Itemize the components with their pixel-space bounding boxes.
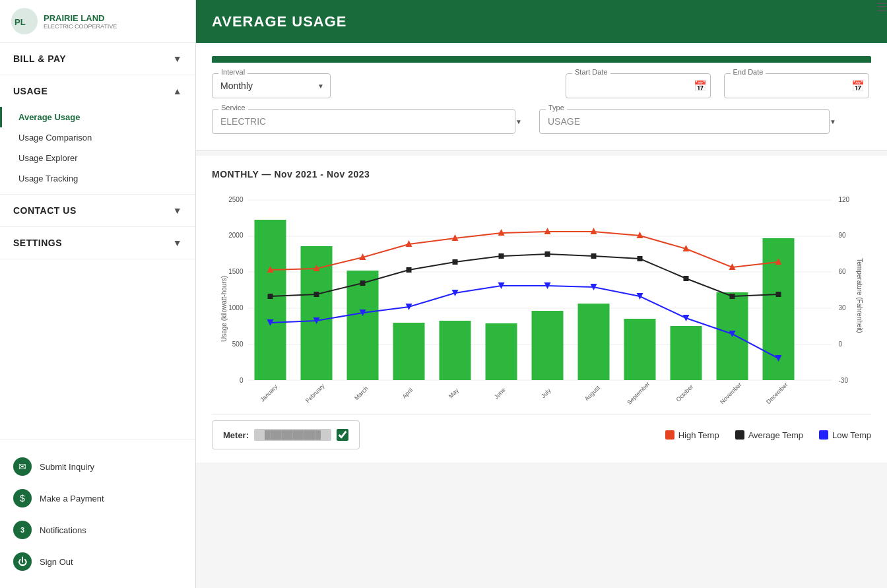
sidebar-item-usage-tracking[interactable]: Usage Tracking: [0, 168, 195, 189]
start-date-wrapper: Nov 2021 📅: [566, 73, 713, 98]
legend-high-temp: High Temp: [665, 430, 719, 440]
avg-marker-sep: [638, 256, 643, 261]
type-select-wrapper: USAGE: [539, 109, 843, 134]
sidebar-action-make-payment[interactable]: $ Make a Payment: [0, 482, 195, 514]
svg-text:November: November: [719, 381, 742, 405]
sidebar-action-submit-inquiry[interactable]: ✉ Submit Inquiry: [0, 451, 195, 482]
nav-section-header-contact-us[interactable]: CONTACT US▼: [0, 195, 195, 226]
bar-jul: [532, 311, 564, 380]
svg-text:PL: PL: [15, 17, 26, 27]
sidebar: PL PRAIRIE LAND ELECTRIC COOPERATIVE BIL…: [0, 0, 196, 588]
avg-marker-mar: [360, 280, 366, 286]
start-date-field: Start Date Nov 2021 📅: [566, 73, 713, 98]
avg-marker-jun: [499, 253, 504, 259]
bar-apr: [393, 323, 425, 380]
low-temp-line: [271, 286, 779, 358]
avg-marker-jan: [268, 294, 273, 299]
chart-menu-icon[interactable]: ☰: [876, 0, 887, 15]
avg-marker-dec: [776, 292, 781, 297]
nav-section-label-bill-pay: BILL & PAY: [13, 53, 66, 64]
svg-text:1500: 1500: [228, 268, 244, 275]
svg-text:October: October: [675, 383, 695, 403]
legend-high-temp-swatch: [665, 430, 674, 440]
avg-marker-may: [453, 259, 458, 265]
chevron-bill-pay: ▼: [173, 53, 182, 64]
chevron-usage: ▲: [173, 86, 182, 96]
service-select[interactable]: ELECTRIC: [212, 109, 515, 134]
type-label: Type: [546, 104, 567, 112]
filter-row-2: Service ELECTRIC Type USAGE: [212, 109, 871, 134]
legend-avg-temp-label: Average Temp: [748, 430, 803, 440]
svg-text:60: 60: [839, 268, 847, 275]
type-field: Type USAGE: [539, 109, 843, 134]
nav-sections: BILL & PAY▼USAGE▲Average UsageUsage Comp…: [0, 43, 195, 259]
nav-section-header-usage[interactable]: USAGE▲: [0, 75, 195, 107]
filter-bar: Interval Monthly Daily Yearly Start Date…: [196, 43, 887, 150]
high-temp-line: [271, 232, 779, 270]
svg-text:500: 500: [232, 341, 244, 348]
legend-low-temp-label: Low Temp: [832, 430, 871, 440]
meter-checkbox[interactable]: [337, 429, 348, 441]
chart-svg: 2500 2000 1500 1000 500 0 Usage (kilowat…: [212, 190, 871, 414]
svg-text:August: August: [583, 384, 601, 402]
svg-text:0: 0: [839, 341, 843, 348]
meter-label: Meter:: [223, 430, 249, 440]
logo-icon: PL: [11, 7, 38, 35]
chevron-settings: ▼: [173, 238, 182, 248]
svg-text:Usage (kilowatt-hours): Usage (kilowatt-hours): [220, 276, 228, 342]
sign-out-icon: ⏻: [13, 552, 32, 571]
sidebar-actions: ✉ Submit Inquiry $ Make a Payment 3 Noti…: [0, 440, 195, 588]
service-select-wrapper: ELECTRIC: [212, 109, 529, 134]
nav-section-header-settings[interactable]: SETTINGS▼: [0, 227, 195, 259]
chevron-contact-us: ▼: [173, 205, 182, 216]
nav-section-header-bill-pay[interactable]: BILL & PAY▼: [0, 43, 195, 75]
svg-text:July: July: [540, 387, 552, 399]
notifications-icon: 3: [13, 521, 32, 539]
nav-section-bill-pay: BILL & PAY▼: [0, 43, 195, 75]
notifications-label: Notifications: [40, 525, 86, 535]
start-date-label: Start Date: [572, 68, 610, 76]
sidebar-item-usage-comparison[interactable]: Usage Comparison: [0, 127, 195, 148]
sidebar-logo: PL PRAIRIE LAND ELECTRIC COOPERATIVE: [0, 0, 195, 43]
bar-aug: [578, 304, 610, 380]
svg-text:90: 90: [839, 232, 847, 239]
bar-jun: [486, 323, 517, 380]
legend-section: High Temp Average Temp Low Temp: [665, 430, 871, 440]
start-date-input[interactable]: Nov 2021: [566, 73, 711, 98]
svg-text:September: September: [626, 381, 651, 406]
nav-section-settings: SETTINGS▼: [0, 227, 195, 259]
legend-low-temp-swatch: [819, 430, 828, 440]
bar-jan: [255, 220, 286, 380]
sidebar-action-notifications[interactable]: 3 Notifications: [0, 514, 195, 546]
interval-select[interactable]: Monthly Daily Yearly: [212, 73, 331, 98]
sidebar-action-sign-out[interactable]: ⏻ Sign Out: [0, 546, 195, 577]
avg-marker-aug: [591, 253, 597, 259]
svg-text:Temperature (Fahrenheit): Temperature (Fahrenheit): [856, 258, 863, 333]
svg-text:December: December: [765, 381, 789, 405]
sidebar-item-usage-explorer[interactable]: Usage Explorer: [0, 148, 195, 168]
legend-low-temp: Low Temp: [819, 430, 871, 440]
end-date-input[interactable]: Nov 2023: [724, 73, 869, 98]
type-select[interactable]: USAGE: [539, 109, 830, 134]
bar-mar: [347, 271, 379, 380]
logo-text-block: PRAIRIE LAND ELECTRIC COOPERATIVE: [44, 13, 117, 30]
low-marker-oct: [683, 315, 690, 321]
chart-section: MONTHLY — Nov 2021 - Nov 2023 ☰ 2500 200…: [196, 156, 887, 463]
svg-text:1000: 1000: [228, 304, 244, 311]
nav-sub-items-usage: Average UsageUsage ComparisonUsage Explo…: [0, 107, 195, 194]
svg-text:May: May: [447, 387, 460, 399]
meter-value: ██████████: [254, 429, 331, 441]
bar-sep: [624, 319, 656, 380]
chart-svg-wrapper: 2500 2000 1500 1000 500 0 Usage (kilowat…: [212, 190, 871, 414]
chart-header: MONTHLY — Nov 2021 - Nov 2023 ☰: [212, 169, 871, 190]
interval-label: Interval: [218, 68, 247, 76]
end-date-wrapper: Nov 2023 📅: [724, 73, 872, 98]
nav-section-contact-us: CONTACT US▼: [0, 195, 195, 227]
svg-text:30: 30: [839, 304, 847, 311]
svg-text:February: February: [304, 382, 326, 404]
content-area: Interval Monthly Daily Yearly Start Date…: [196, 43, 887, 468]
submit-inquiry-icon: ✉: [13, 457, 32, 476]
svg-text:0: 0: [240, 377, 244, 384]
end-date-label: End Date: [731, 68, 766, 76]
sidebar-item-average-usage[interactable]: Average Usage: [0, 107, 195, 127]
